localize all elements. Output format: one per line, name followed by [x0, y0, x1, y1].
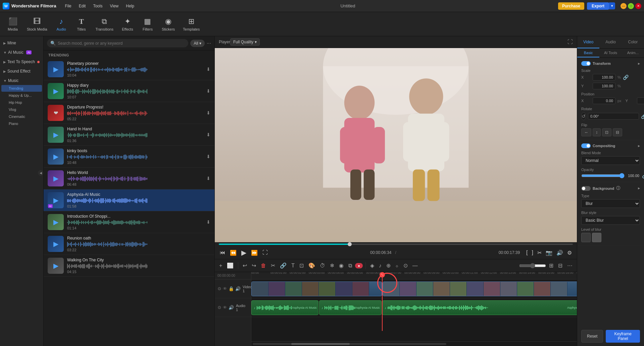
scale-y-input[interactable] — [593, 83, 615, 89]
rotate-input[interactable] — [588, 113, 639, 120]
left-section-sound-header[interactable]: ▶ Sound Effect — [0, 67, 43, 75]
minimize-button[interactable]: — — [621, 3, 627, 9]
sidebar-item-hiphop[interactable]: Hip Hop — [1, 99, 42, 106]
audio-item-5[interactable]: ▶ kinky boots 10:48 ⬇ — [44, 146, 214, 168]
tl-audio-detach-button[interactable]: ♪ — [377, 262, 383, 270]
filter-all-button[interactable]: All ▾ — [190, 40, 204, 47]
reset-button[interactable]: Reset — [581, 330, 603, 343]
track-audio-icon[interactable]: 🔊 — [235, 286, 241, 291]
close-button[interactable]: ✕ — [635, 3, 641, 9]
tl-speed-button[interactable]: ⏱ — [318, 262, 327, 270]
tl-minus-button[interactable]: — — [411, 262, 419, 270]
menu-tools[interactable]: Tools — [90, 2, 106, 10]
tl-crop-button[interactable]: ⊡ — [298, 261, 305, 270]
player-fullscreen-icon[interactable]: ⛶ — [567, 39, 573, 45]
track-settings-icon-a[interactable]: ⚙ — [217, 305, 221, 310]
audio-item-1[interactable]: ▶ Planetary pioneer 10:04 ⬇ — [44, 58, 214, 80]
tl-freeze-button[interactable]: ❄ — [328, 261, 336, 270]
background-info-icon[interactable]: ⓘ — [616, 185, 620, 191]
audio-download-3[interactable]: ⬇ — [206, 110, 210, 116]
transform-toggle[interactable] — [581, 61, 591, 66]
audio-download-5[interactable]: ⬇ — [206, 154, 210, 159]
menu-file[interactable]: File — [61, 2, 75, 10]
audio-download-6[interactable]: ⬇ — [206, 176, 210, 181]
left-section-tts-header[interactable]: ▶ Text To Speech — [0, 58, 43, 66]
tl-add-track-button[interactable]: + — [217, 262, 224, 270]
skip-back-button[interactable]: ⏮ — [219, 249, 226, 257]
flip-h-button[interactable]: ↔ — [581, 128, 591, 136]
bg-type-select[interactable]: Blur Color — [581, 199, 640, 208]
video-clip-2[interactable] — [383, 282, 577, 296]
track-lock-icon[interactable]: 🔒 — [229, 286, 234, 291]
tab-video[interactable]: Video — [577, 36, 599, 48]
more-options-button[interactable]: ··· — [207, 40, 211, 46]
toolbar-stock-media[interactable]: 🎞 Stock Media — [23, 15, 51, 33]
blend-mode-select[interactable]: Normal Multiply Screen — [581, 156, 640, 165]
tl-select-button[interactable]: ⬜ — [225, 261, 235, 270]
settings-button[interactable]: ⚙ — [566, 249, 573, 257]
track-eye-icon[interactable]: 👁 — [223, 286, 227, 291]
sidebar-item-piano[interactable]: Piano — [1, 120, 42, 127]
tl-stabilize-button[interactable]: ⊙ — [402, 261, 409, 270]
tl-transition-button[interactable]: ⧉ — [347, 262, 354, 270]
opacity-link-icon[interactable]: 🔗 — [642, 173, 644, 178]
background-toggle[interactable] — [581, 186, 591, 191]
flip-mirror-button[interactable]: ⊟ — [613, 128, 622, 136]
rotate-link-icon[interactable]: 🔗 — [641, 114, 644, 119]
toolbar-stickers[interactable]: ◉ Stickers — [158, 15, 178, 33]
tl-zoom-slider[interactable] — [519, 263, 546, 268]
tl-redo-button[interactable]: ↪ — [250, 261, 258, 270]
audio-clip-1[interactable]: ♪ Asphyxia-AI Music — [251, 300, 318, 315]
left-section-mine-header[interactable]: ▶ Mine — [0, 39, 43, 47]
blur-style-select[interactable]: Basic Blur Mosaic — [581, 216, 640, 225]
subtab-anim[interactable]: Anim... — [622, 49, 644, 57]
quality-select[interactable]: Full Quality ▾ — [230, 38, 260, 46]
search-input[interactable] — [58, 41, 185, 46]
pos-x-input[interactable] — [593, 97, 615, 104]
transform-expand-icon[interactable]: ▸ — [638, 61, 640, 66]
audio-item-9[interactable]: ▶ Reunion oath 03:22 — [44, 233, 214, 255]
compositing-expand-icon[interactable]: ▸ — [638, 144, 640, 148]
tl-more-button[interactable]: ⋯ — [565, 261, 574, 270]
toolbar-audio[interactable]: ♪ Audio — [52, 15, 71, 33]
toolbar-templates[interactable]: ⊞ Templates — [180, 15, 203, 33]
mark-in-button[interactable]: [ — [525, 249, 529, 257]
progress-bar[interactable] — [219, 244, 573, 245]
audio-item-7[interactable]: ▶ AI Asphyxia-AI Music 01:58 — [44, 189, 214, 211]
sidebar-item-trending[interactable]: Trending — [1, 85, 42, 92]
purchase-button[interactable]: Purchase — [558, 2, 584, 10]
search-input-wrap[interactable]: 🔍 — [47, 39, 188, 47]
audio-clip-3[interactable]: ♪ Asphyxia-AI Music — [382, 300, 577, 315]
volume-button[interactable]: 🔊 — [555, 249, 564, 257]
scroll-thumb[interactable] — [291, 343, 349, 345]
flip-v-button[interactable]: ↕ — [593, 128, 601, 136]
menu-view[interactable]: View — [106, 2, 122, 10]
tab-audio[interactable]: Audio — [599, 36, 622, 48]
tl-unlink-button[interactable]: 🔗 — [278, 261, 288, 270]
tl-blend-button[interactable]: ⊕ — [385, 261, 392, 270]
track-settings-icon[interactable]: ⚙ — [217, 286, 221, 291]
play-pause-button[interactable]: ▶ — [240, 248, 247, 258]
snapshot-button[interactable]: 📷 — [545, 249, 553, 257]
background-expand-icon[interactable]: ▸ — [638, 186, 640, 190]
audio-download-8[interactable]: ⬇ — [206, 219, 210, 225]
tl-split-button[interactable]: ✂ — [269, 261, 277, 270]
next-frame-button[interactable]: ⏩ — [250, 249, 259, 257]
collapse-panel-button[interactable]: ◀ — [38, 170, 43, 176]
tl-keyframe-button[interactable]: ⬦ — [394, 262, 400, 270]
audio-download-2[interactable]: ⬇ — [206, 88, 210, 94]
tl-undo-button[interactable]: ↩ — [241, 261, 249, 270]
left-section-ai-music-header[interactable]: ▼ AI Music AI — [0, 48, 43, 56]
clip-button[interactable]: ✂ — [536, 249, 543, 257]
toolbar-media[interactable]: ⬛ Media — [3, 15, 22, 33]
tl-delete-button[interactable]: 🗑 — [259, 262, 268, 270]
scale-link-icon[interactable]: 🔗 — [623, 75, 629, 80]
menu-edit[interactable]: Edit — [76, 2, 89, 10]
audio-clip-2[interactable]: ♪ Asphyxia-AI Music — [319, 300, 382, 315]
audio-item-6[interactable]: ▶ Hello World 06:48 ⬇ — [44, 168, 214, 189]
left-section-music-header[interactable]: ▼ Music — [0, 77, 43, 85]
toolbar-titles[interactable]: T Titles — [72, 15, 91, 33]
rotate-preview[interactable] — [581, 112, 586, 120]
toolbar-transitions[interactable]: ⧉ Transitions — [92, 15, 117, 33]
export-dropdown[interactable]: ▾ — [609, 2, 615, 9]
